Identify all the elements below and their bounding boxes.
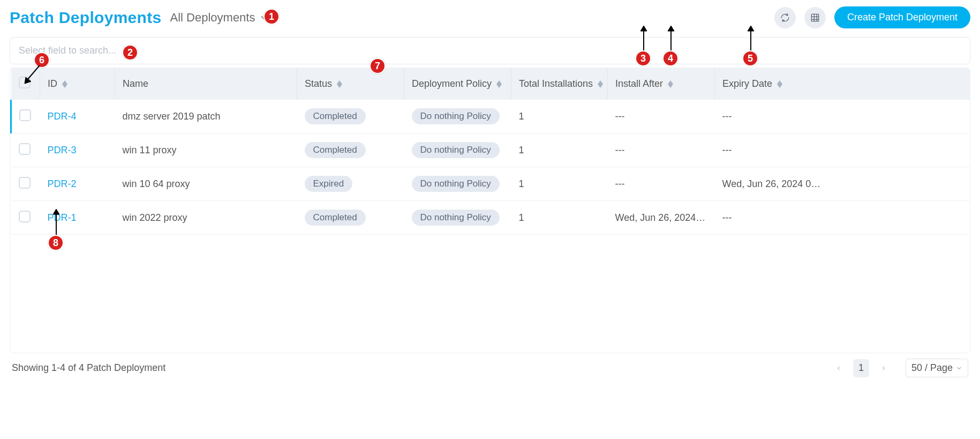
select-all-checkbox[interactable] <box>19 77 31 88</box>
page-title: Patch Deployments <box>10 9 162 27</box>
deployment-id-link[interactable]: PDR-3 <box>48 145 77 155</box>
grid-icon <box>810 12 820 23</box>
pagination: 1 50 / Page <box>831 359 968 377</box>
total-installations: 1 <box>511 133 608 167</box>
expiry-date: --- <box>715 201 970 235</box>
row-checkbox[interactable] <box>19 177 31 189</box>
page-size-select[interactable]: 50 / Page <box>906 359 968 377</box>
install-after: --- <box>608 100 715 133</box>
table-row[interactable]: PDR-2win 10 64 proxyExpiredDo nothing Po… <box>11 167 970 201</box>
page-header: Patch Deployments All Deployments Create… <box>10 6 970 28</box>
total-installations: 1 <box>511 100 608 133</box>
header-policy[interactable]: Deployment Policy <box>404 68 511 100</box>
deployment-name: win 2022 proxy <box>115 201 297 235</box>
next-page-button[interactable] <box>876 359 892 377</box>
create-patch-deployment-button[interactable]: Create Patch Deployment <box>834 6 970 28</box>
header-status[interactable]: Status <box>297 68 404 100</box>
total-installations: 1 <box>511 201 608 235</box>
sort-icon <box>668 80 673 88</box>
header-total[interactable]: Total Installations <box>511 68 608 100</box>
table-footer: Showing 1-4 of 4 Patch Deployment 1 50 /… <box>10 353 970 377</box>
status-badge: Completed <box>305 210 366 226</box>
policy-badge: Do nothing Policy <box>412 108 500 124</box>
chevron-down-icon <box>956 365 962 371</box>
sort-icon <box>337 80 342 88</box>
row-checkbox[interactable] <box>19 211 31 222</box>
status-badge: Completed <box>305 142 366 158</box>
search-input[interactable] <box>19 45 961 56</box>
install-after: --- <box>608 133 715 167</box>
deployment-name: win 10 64 proxy <box>115 167 297 201</box>
row-checkbox[interactable] <box>19 109 31 121</box>
row-checkbox[interactable] <box>19 143 31 155</box>
status-badge: Expired <box>305 176 353 192</box>
install-after: --- <box>608 167 715 201</box>
policy-badge: Do nothing Policy <box>412 142 500 158</box>
chevron-down-icon <box>259 13 269 23</box>
deployment-name: dmz server 2019 patch <box>115 100 297 133</box>
header-name[interactable]: Name <box>115 68 297 100</box>
table-row[interactable]: PDR-3win 11 proxyCompletedDo nothing Pol… <box>11 133 970 167</box>
deployment-id-link[interactable]: PDR-1 <box>48 212 77 223</box>
header-id[interactable]: ID <box>40 68 115 100</box>
svg-rect-0 <box>811 14 818 21</box>
search-bar <box>10 37 970 64</box>
scope-label: All Deployments <box>170 11 255 25</box>
table-row[interactable]: PDR-1win 2022 proxyCompletedDo nothing P… <box>11 201 970 235</box>
refresh-icon <box>780 12 790 23</box>
sort-icon <box>496 80 502 88</box>
policy-badge: Do nothing Policy <box>412 210 500 226</box>
deployment-id-link[interactable]: PDR-4 <box>48 111 77 122</box>
header-expiry[interactable]: Expiry Date <box>715 68 970 100</box>
expiry-date: Wed, Jun 26, 2024 0… <box>715 167 970 201</box>
header-install-after[interactable]: Install After <box>608 68 715 100</box>
sort-icon <box>62 80 67 88</box>
results-summary: Showing 1-4 of 4 Patch Deployment <box>12 362 165 374</box>
deployment-id-link[interactable]: PDR-2 <box>48 178 77 189</box>
deployments-table: ID Name Status <box>10 68 970 235</box>
expiry-date: --- <box>715 100 970 133</box>
status-badge: Completed <box>305 108 366 124</box>
prev-page-button[interactable] <box>831 359 847 377</box>
sort-icon <box>598 80 603 88</box>
page-number-current[interactable]: 1 <box>853 359 869 377</box>
header-checkbox-cell <box>11 68 40 100</box>
total-installations: 1 <box>511 167 608 201</box>
expiry-date: --- <box>715 133 970 167</box>
policy-badge: Do nothing Policy <box>412 176 500 192</box>
install-after: Wed, Jun 26, 2024 01… <box>608 201 715 235</box>
refresh-button[interactable] <box>774 7 796 28</box>
deployments-table-card: ID Name Status <box>10 68 970 353</box>
columns-button[interactable] <box>804 7 826 28</box>
sort-icon <box>777 80 782 88</box>
scope-dropdown[interactable]: All Deployments <box>170 11 269 25</box>
table-row[interactable]: PDR-4dmz server 2019 patchCompletedDo no… <box>11 100 970 133</box>
table-header-row: ID Name Status <box>11 68 970 100</box>
deployment-name: win 11 proxy <box>115 133 297 167</box>
